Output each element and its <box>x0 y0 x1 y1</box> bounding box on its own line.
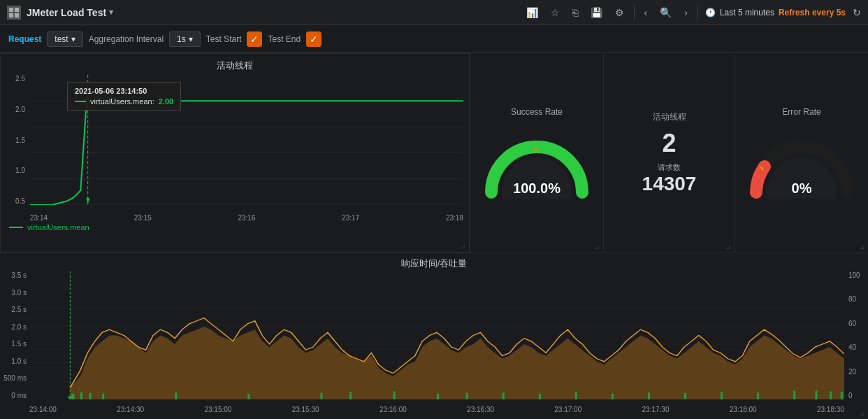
y-label-20: 2.0 <box>15 106 25 113</box>
chart-legend: virtualUsers.mean <box>1 222 469 233</box>
share-icon[interactable]: ⎗ <box>570 6 581 20</box>
toolbar: Request test ▾ Aggregation Interval 1s ▾… <box>0 25 868 53</box>
dropdown-caret: ▾ <box>71 34 75 44</box>
error-rate-value: 0% <box>792 180 812 197</box>
svg-rect-32 <box>437 394 439 399</box>
right-stats: Success Rate 100.0% ⊿ <box>470 53 868 253</box>
tooltip-date: 2021-05-06 23:14:50 <box>75 87 173 95</box>
svg-rect-37 <box>612 394 614 399</box>
test-start-check[interactable]: ✓ <box>247 31 262 47</box>
test-end-check[interactable]: ✓ <box>306 31 321 47</box>
x-label-2315: 23:15 <box>134 214 152 222</box>
y-right-40: 40 <box>848 343 856 351</box>
aggregation-label: Aggregation Interval <box>89 34 164 44</box>
error-resize-handle[interactable]: ⊿ <box>860 244 867 251</box>
error-rate-panel: Error Rate 0% ⊿ <box>735 53 868 253</box>
interval-btn-label: 1s <box>177 34 186 44</box>
active-stat-resize[interactable]: ⊿ <box>726 244 733 251</box>
success-rate-title: Success Rate <box>511 107 563 117</box>
error-rate-title: Error Rate <box>782 107 820 117</box>
request-count-title: 请求数 <box>658 162 681 173</box>
save-icon[interactable]: 💾 <box>588 6 605 20</box>
success-gauge: 100.0% <box>477 122 596 199</box>
active-threads-stat-panel: 活动线程 2 请求数 14307 ⊿ <box>603 53 735 253</box>
legend-line <box>9 227 23 228</box>
legend-label: virtualUsers.mean <box>27 223 89 232</box>
svg-rect-27 <box>175 392 177 399</box>
sync-icon[interactable]: ↻ <box>853 7 861 18</box>
svg-rect-42 <box>793 391 795 399</box>
response-chart-title: 响应时间/吞吐量 <box>0 257 868 270</box>
top-section: 活动线程 2.5 2.0 1.5 1.0 0.5 <box>0 53 868 253</box>
svg-rect-31 <box>393 391 396 399</box>
svg-rect-41 <box>757 392 759 399</box>
chart-title: 活动线程 <box>1 59 469 72</box>
svg-rect-26 <box>102 394 104 399</box>
svg-rect-44 <box>830 391 832 399</box>
x-bottom-231700: 23:17:00 <box>554 406 581 413</box>
x-label-2314: 23:14 <box>30 214 48 222</box>
y-left-35: 3.5 s <box>11 271 27 279</box>
resize-handle[interactable]: ⊿ <box>461 243 468 250</box>
response-chart: 响应时间/吞吐量 3.5 s 3.0 s 2.5 s 2.0 s 1.5 s 1… <box>0 253 868 419</box>
app-icon <box>7 6 21 20</box>
star-icon[interactable]: ☆ <box>548 6 563 20</box>
svg-rect-39 <box>684 393 686 399</box>
y-right-100: 100 <box>848 271 860 279</box>
svg-rect-40 <box>721 392 723 399</box>
x-label-2317: 23:17 <box>342 214 359 222</box>
main-content: 活动线程 2.5 2.0 1.5 1.0 0.5 <box>0 53 868 419</box>
test-start-label: Test Start <box>206 34 242 44</box>
x-bottom-231600: 23:16:00 <box>379 406 407 413</box>
divider <box>634 6 635 20</box>
chevron-right-icon[interactable]: › <box>681 6 690 20</box>
top-bar: JMeter Load Test ▾ 📊 ☆ ⎗ 💾 ⚙ ‹ 🔍 › 🕐 Las… <box>0 0 868 25</box>
svg-rect-25 <box>89 393 91 399</box>
tooltip-metric: virtualUsers.mean: <box>90 97 154 106</box>
last-minutes-label: Last 5 minutes <box>720 8 774 17</box>
error-gauge: 0% <box>742 122 861 199</box>
interval-caret: ▾ <box>189 34 193 44</box>
svg-rect-24 <box>80 392 82 399</box>
svg-marker-7 <box>87 198 89 205</box>
divider2 <box>697 6 698 20</box>
svg-rect-45 <box>841 392 843 399</box>
x-label-2316: 23:16 <box>238 214 255 222</box>
x-label-2318: 23:18 <box>446 214 463 222</box>
x-bottom-231830: 23:18:30 <box>817 406 844 413</box>
zoom-out-icon[interactable]: 🔍 <box>657 6 674 20</box>
clock-icon: 🕐 <box>705 8 716 17</box>
svg-rect-23 <box>71 394 74 399</box>
test-btn-label: test <box>55 34 68 44</box>
y-left-30: 3.0 s <box>11 289 27 297</box>
y-label-05: 0.5 <box>15 197 25 205</box>
x-bottom-231530: 23:15:30 <box>292 406 319 413</box>
y-left-0: 0 ms <box>11 392 27 399</box>
request-label: Request <box>8 34 41 44</box>
y-left-15: 1.5 s <box>11 340 27 348</box>
success-rate-panel: Success Rate 100.0% ⊿ <box>470 53 603 253</box>
tooltip-row: virtualUsers.mean: 2.00 <box>75 97 173 106</box>
chevron-left-icon[interactable]: ‹ <box>642 6 651 20</box>
gear-icon[interactable]: ⚙ <box>612 6 627 20</box>
chart-plus-icon[interactable]: 📊 <box>523 6 541 20</box>
svg-rect-33 <box>466 393 468 399</box>
time-range[interactable]: 🕐 Last 5 minutes Refresh every 5s <box>705 8 846 17</box>
svg-rect-28 <box>247 394 249 399</box>
svg-rect-29 <box>320 393 322 399</box>
active-threads-value: 2 <box>662 129 676 158</box>
title-caret[interactable]: ▾ <box>109 8 113 17</box>
active-threads-stat-title: 活动线程 <box>653 111 686 123</box>
success-resize-handle[interactable]: ⊿ <box>595 244 602 251</box>
x-bottom-231800: 23:18:00 <box>730 406 757 413</box>
x-bottom-231400: 23:14:00 <box>29 406 57 413</box>
tooltip-value: 2.00 <box>159 97 173 106</box>
active-threads-chart: 活动线程 2.5 2.0 1.5 1.0 0.5 <box>0 53 470 253</box>
test-end-label: Test End <box>268 34 301 44</box>
x-bottom-231430: 23:14:30 <box>117 406 144 413</box>
bottom-resize-handle[interactable]: ⊿ <box>860 411 867 418</box>
interval-dropdown[interactable]: 1s ▾ <box>169 31 201 47</box>
test-dropdown[interactable]: test ▾ <box>47 31 82 47</box>
request-count-value: 14307 <box>642 173 697 195</box>
top-bar-icons: 📊 ☆ ⎗ 💾 ⚙ ‹ 🔍 › 🕐 Last 5 minutes Refresh… <box>523 6 861 20</box>
